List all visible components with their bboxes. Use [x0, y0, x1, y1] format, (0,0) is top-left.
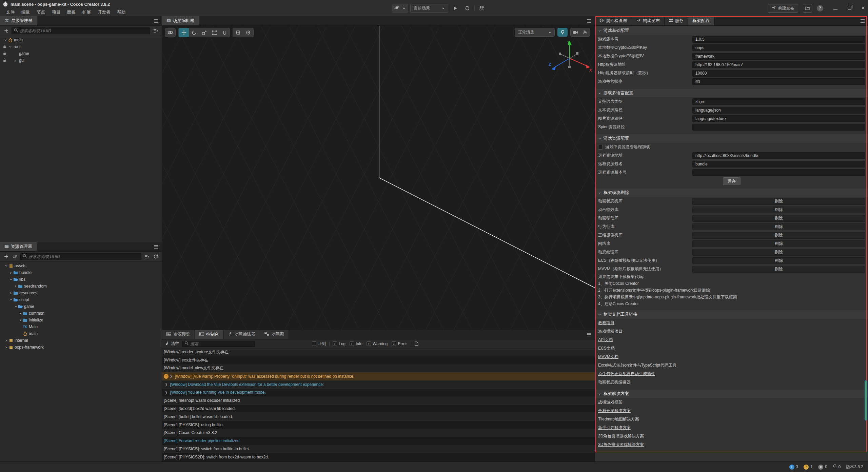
assets-search[interactable]	[20, 253, 141, 260]
hierarchy-filter-icon[interactable]	[152, 27, 159, 34]
section-header-n4[interactable]: 框架文档工具链接	[595, 310, 868, 319]
assets-search-input[interactable]	[28, 254, 139, 259]
assets-node-bundle[interactable]: bundle	[0, 269, 162, 276]
chevron-right-icon[interactable]	[9, 271, 13, 274]
field-input-n2[interactable]	[692, 115, 865, 122]
hierarchy-node-main[interactable]: main	[0, 37, 162, 43]
field-input-cryptoes-key[interactable]	[692, 44, 865, 51]
menu-item-3[interactable]: 项目	[48, 8, 64, 16]
chevron-right-icon[interactable]	[18, 312, 22, 315]
tab-n2[interactable]: 服务	[665, 16, 688, 25]
menu-item-6[interactable]: 开发者	[94, 8, 114, 16]
chevron-down-icon[interactable]	[9, 298, 13, 301]
assets-node-oops-framework[interactable]: oops-framework	[0, 344, 162, 351]
section-header-n5[interactable]: 框架解决方案	[595, 390, 868, 398]
console-log-file-button[interactable]	[413, 340, 420, 347]
chevron-right-icon[interactable]	[9, 292, 13, 295]
axis-gizmo[interactable]: Y X Z	[546, 37, 593, 78]
chevron-right-icon[interactable]	[4, 339, 8, 342]
console-menu-icon[interactable]	[587, 333, 592, 338]
field-input-n0[interactable]	[692, 152, 865, 159]
tab-assets[interactable]: 资源管理器	[0, 242, 37, 251]
gizmo-space-button[interactable]	[243, 28, 253, 37]
sort-assets-button[interactable]	[12, 253, 18, 260]
tab-n0[interactable]: 资源预览	[162, 330, 195, 339]
remove-module-button-1[interactable]: 剔除	[692, 206, 865, 213]
play-button[interactable]	[450, 4, 460, 13]
field-input-n0[interactable]	[692, 98, 865, 105]
chevron-right-icon[interactable]	[14, 285, 18, 288]
assets-filter-icon[interactable]	[143, 253, 150, 260]
remove-module-button-6[interactable]: 剔除	[692, 249, 865, 256]
rect-tool-button[interactable]	[209, 28, 219, 37]
create-node-button[interactable]	[3, 27, 9, 34]
create-asset-button[interactable]	[3, 253, 9, 260]
status-info-badge[interactable]: i3	[789, 465, 798, 470]
status-warning-badge[interactable]: !1	[804, 465, 813, 470]
field-input-http[interactable]	[692, 61, 865, 68]
move-tool-button[interactable]	[179, 28, 189, 37]
chevron-down-icon[interactable]	[14, 305, 18, 308]
console-search[interactable]	[182, 341, 255, 347]
remove-module-button-0[interactable]: 剔除	[692, 198, 865, 205]
link-n7[interactable]: 动画状态机编辑器	[598, 379, 631, 385]
assets-node-assets[interactable]: assets	[0, 262, 162, 269]
menu-item-4[interactable]: 面板	[64, 8, 79, 16]
assets-node-internal[interactable]: internal	[0, 337, 162, 344]
log-row-5[interactable]: ❯[Window] You are running Vue in develop…	[162, 389, 595, 397]
link-api[interactable]: API文档	[598, 337, 613, 343]
log-row-3[interactable]: !❯[Window] [Vue warn]: Property "onInput…	[162, 372, 595, 380]
link-n3[interactable]: 新手引导解决方案	[598, 425, 631, 431]
filter-log-checkbox[interactable]: ✓Log	[333, 341, 346, 346]
expand-chevron-icon[interactable]: ❯	[170, 374, 172, 378]
link-tiledmap[interactable]: Tiledmap地图解决方案	[598, 416, 639, 422]
hierarchy-search-input[interactable]	[20, 28, 148, 33]
field-input-n5[interactable]	[692, 78, 865, 85]
help-button[interactable]: ?	[817, 5, 823, 12]
tab-n2[interactable]: 动画编辑器	[224, 330, 260, 339]
menu-item-0[interactable]: 文件	[3, 8, 18, 16]
link-n1[interactable]: 游戏模板项目	[598, 329, 623, 334]
window-minimize-button[interactable]	[833, 6, 837, 11]
hierarchy-node-root[interactable]: root	[0, 43, 162, 50]
hierarchy-node-game[interactable]: game	[0, 50, 162, 57]
scale-tool-button[interactable]	[199, 28, 209, 37]
dimension-toggle-button[interactable]: 3D	[165, 28, 176, 37]
tab-n3[interactable]: 动画图	[260, 330, 289, 339]
filter-warning-checkbox[interactable]: ✓Warning	[367, 341, 388, 346]
hierarchy-search[interactable]	[12, 27, 150, 34]
render-mode-select[interactable]: 正常渲染	[515, 28, 555, 37]
rotate-tool-button[interactable]	[189, 28, 199, 37]
regex-checkbox[interactable]: 正则	[312, 341, 326, 347]
filter-error-checkbox[interactable]: ✓Error	[392, 341, 407, 346]
field-input-n1[interactable]	[692, 161, 865, 168]
console-clear-button[interactable]: 清空	[165, 341, 179, 347]
console-search-input[interactable]	[190, 341, 253, 346]
link-n0[interactable]: 战棋游戏框架	[598, 399, 623, 405]
scene-menu-icon[interactable]	[587, 19, 592, 24]
link-excel-json-typescript[interactable]: Excel格式转Json文件与TypeScript代码工具	[598, 362, 676, 368]
chevron-down-icon[interactable]	[3, 39, 7, 41]
assets-node-script[interactable]: script	[0, 296, 162, 303]
section-header-n1[interactable]: 游戏多语言配置	[595, 89, 868, 97]
restart-button[interactable]	[462, 4, 472, 13]
menu-item-5[interactable]: 扩展	[79, 8, 94, 16]
section-header-n2[interactable]: 游戏资源配置	[595, 134, 868, 143]
save-button[interactable]: 保存	[723, 177, 741, 185]
link-n1[interactable]: 全栈开发解决方案	[598, 408, 631, 414]
chevron-down-icon[interactable]	[8, 45, 12, 48]
scene-light-toggle[interactable]	[557, 28, 568, 37]
assets-node-game[interactable]: game	[0, 303, 162, 310]
filter-info-checkbox[interactable]: ✓Info	[350, 341, 362, 346]
remove-module-button-4[interactable]: 剔除	[692, 232, 865, 239]
remove-module-button-3[interactable]: 剔除	[692, 223, 865, 230]
log-row-4[interactable]: ❯[Window] Download the Vue Devtools exte…	[162, 380, 595, 389]
field-input-http[interactable]	[692, 70, 865, 77]
window-close-button[interactable]: ×	[862, 5, 865, 11]
assets-node-main[interactable]: TSMain	[0, 323, 162, 330]
chevron-down-icon[interactable]	[9, 278, 13, 281]
scene-settings-button[interactable]	[580, 28, 590, 36]
menu-item-1[interactable]: 编辑	[18, 8, 33, 16]
hierarchy-menu-icon[interactable]	[154, 19, 159, 24]
preview-scene-select[interactable]: 当前场景	[410, 4, 448, 13]
